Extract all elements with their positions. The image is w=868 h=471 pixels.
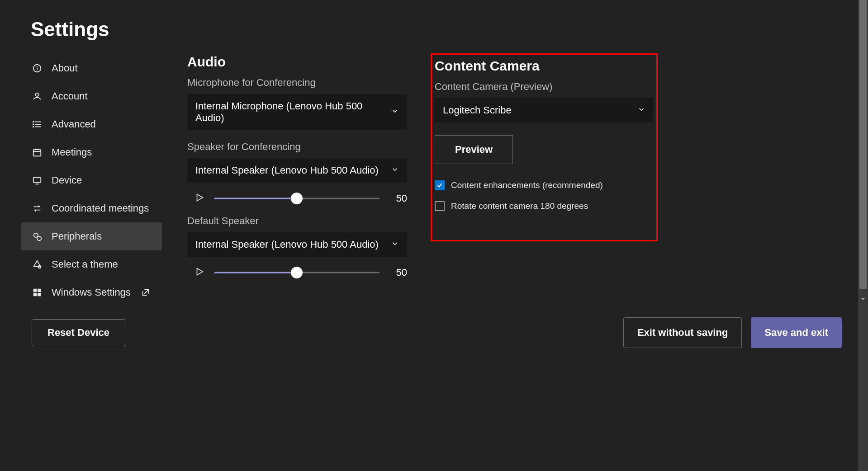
content-camera-section: Content Camera Content Camera (Preview) … bbox=[431, 53, 658, 241]
chevron-down-icon bbox=[391, 106, 399, 118]
play-icon[interactable] bbox=[194, 193, 204, 204]
speaker-conf-volume-value: 50 bbox=[389, 193, 407, 204]
sidebar-item-label: Meetings bbox=[52, 146, 92, 158]
chevron-down-icon bbox=[391, 165, 399, 176]
sidebar-item-label: Account bbox=[52, 90, 88, 102]
sidebar-item-device[interactable]: Device bbox=[21, 166, 162, 194]
swap-icon bbox=[32, 203, 43, 214]
svg-point-9 bbox=[33, 127, 34, 127]
sidebar-item-theme[interactable]: Select a theme bbox=[21, 250, 162, 278]
sidebar-item-coordinated[interactable]: Coordinated meetings bbox=[21, 194, 162, 222]
scrollbar-thumb[interactable] bbox=[859, 0, 867, 289]
audio-title: Audio bbox=[187, 54, 407, 70]
svg-rect-14 bbox=[33, 178, 41, 183]
speaker-conf-dropdown[interactable]: Internal Speaker (Lenovo Hub 500 Audio) bbox=[187, 158, 407, 183]
scrollbar-down-icon[interactable] bbox=[859, 296, 867, 303]
svg-point-17 bbox=[37, 236, 41, 240]
sidebar-item-label: Peripherals bbox=[52, 231, 102, 242]
default-speaker-value: Internal Speaker (Lenovo Hub 500 Audio) bbox=[195, 239, 379, 250]
default-speaker-dropdown[interactable]: Internal Speaker (Lenovo Hub 500 Audio) bbox=[187, 232, 407, 257]
speaker-conf-volume-row: 50 bbox=[187, 193, 407, 204]
info-icon bbox=[32, 63, 43, 74]
default-speaker-label: Default Speaker bbox=[187, 215, 407, 227]
chevron-down-icon bbox=[391, 239, 399, 250]
default-speaker-volume-row: 50 bbox=[187, 267, 407, 278]
list-icon bbox=[32, 119, 43, 130]
monitor-icon bbox=[32, 175, 43, 186]
external-link-icon bbox=[140, 287, 151, 298]
rotate-label: Rotate content camera 180 degrees bbox=[451, 201, 588, 211]
save-and-exit-button[interactable]: Save and exit bbox=[751, 317, 842, 348]
slider-fill bbox=[214, 198, 297, 199]
enhancements-row: Content enhancements (recommended) bbox=[435, 180, 654, 190]
svg-point-7 bbox=[33, 122, 34, 122]
slider-thumb[interactable] bbox=[291, 267, 303, 278]
rotate-checkbox[interactable] bbox=[435, 201, 445, 211]
svg-rect-21 bbox=[33, 293, 37, 296]
sidebar-item-label: Advanced bbox=[52, 118, 96, 130]
audio-section: Audio Microphone for Conferencing Intern… bbox=[187, 54, 407, 278]
person-icon bbox=[32, 91, 43, 102]
svg-point-8 bbox=[33, 124, 34, 125]
sidebar-item-account[interactable]: Account bbox=[21, 82, 162, 110]
calendar-icon bbox=[32, 147, 43, 158]
reset-device-button[interactable]: Reset Device bbox=[32, 319, 125, 346]
sidebar-item-label: Windows Settings bbox=[52, 287, 131, 298]
content-camera-dropdown[interactable]: Logitech Scribe bbox=[435, 98, 654, 122]
sidebar-item-about[interactable]: About bbox=[21, 54, 162, 82]
sidebar-item-label: Select a theme bbox=[52, 259, 118, 270]
rotate-row: Rotate content camera 180 degrees bbox=[435, 201, 654, 211]
speaker-conf-value: Internal Speaker (Lenovo Hub 500 Audio) bbox=[195, 165, 379, 176]
svg-rect-10 bbox=[33, 150, 41, 156]
sidebar-item-label: Device bbox=[52, 174, 82, 186]
sidebar-item-peripherals[interactable]: Peripherals bbox=[21, 222, 162, 250]
enhancements-label: Content enhancements (recommended) bbox=[451, 180, 603, 190]
chevron-down-icon bbox=[637, 104, 645, 116]
enhancements-checkbox[interactable] bbox=[435, 180, 445, 190]
play-icon[interactable] bbox=[194, 267, 204, 278]
exit-without-saving-button[interactable]: Exit without saving bbox=[623, 317, 742, 348]
content-camera-preview-label: Content Camera (Preview) bbox=[435, 81, 654, 93]
settings-sidebar: About Account Advanced Meetings Device C… bbox=[21, 54, 162, 346]
windows-icon bbox=[32, 287, 43, 298]
scrollbar[interactable] bbox=[858, 0, 868, 471]
content-camera-title: Content Camera bbox=[435, 58, 654, 74]
speaker-conf-label: Speaker for Conferencing bbox=[187, 141, 407, 153]
page-title: Settings bbox=[31, 18, 109, 41]
slider-fill bbox=[214, 272, 297, 273]
svg-rect-22 bbox=[38, 293, 41, 296]
peripherals-icon bbox=[32, 231, 43, 242]
sidebar-item-label: About bbox=[52, 62, 78, 74]
sidebar-item-label: Coordinated meetings bbox=[52, 203, 149, 214]
svg-point-3 bbox=[35, 93, 38, 96]
theme-icon bbox=[32, 259, 43, 270]
sidebar-item-advanced[interactable]: Advanced bbox=[21, 110, 162, 138]
svg-point-2 bbox=[37, 66, 38, 67]
preview-button[interactable]: Preview bbox=[435, 135, 513, 164]
svg-rect-19 bbox=[33, 289, 37, 292]
slider-thumb[interactable] bbox=[291, 193, 303, 204]
content-camera-value: Logitech Scribe bbox=[443, 104, 512, 116]
mic-label: Microphone for Conferencing bbox=[187, 77, 407, 89]
default-speaker-volume-value: 50 bbox=[389, 267, 407, 278]
svg-point-16 bbox=[34, 233, 38, 237]
mic-value: Internal Microphone (Lenovo Hub 500 Audi… bbox=[195, 100, 391, 124]
sidebar-item-meetings[interactable]: Meetings bbox=[21, 138, 162, 166]
mic-dropdown[interactable]: Internal Microphone (Lenovo Hub 500 Audi… bbox=[187, 94, 407, 130]
speaker-conf-volume-slider[interactable] bbox=[214, 193, 379, 204]
default-speaker-volume-slider[interactable] bbox=[214, 267, 379, 278]
svg-rect-20 bbox=[38, 289, 41, 292]
footer-actions: Exit without saving Save and exit bbox=[623, 317, 842, 348]
sidebar-item-windows-settings[interactable]: Windows Settings bbox=[21, 278, 162, 306]
